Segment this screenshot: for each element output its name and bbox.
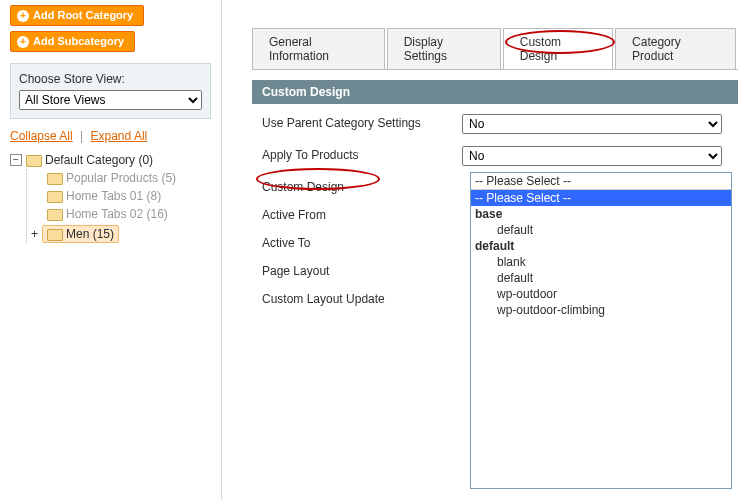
apply-to-products-select[interactable]: No — [462, 146, 722, 166]
tree-node-selected[interactable]: Men (15) — [42, 225, 119, 243]
tree-node-label[interactable]: Home Tabs 01 (8) — [66, 189, 161, 203]
tree-node[interactable]: Home Tabs 02 (16) — [31, 205, 211, 223]
tabs: General Information Display Settings Cus… — [252, 28, 738, 70]
category-tree: − Default Category (0) Popular Products … — [10, 151, 211, 243]
tab-custom-design[interactable]: Custom Design — [503, 28, 613, 69]
use-parent-select[interactable]: No — [462, 114, 722, 134]
folder-icon — [47, 227, 63, 241]
active-from-label: Active From — [262, 206, 462, 222]
collapse-all-link[interactable]: Collapse All — [10, 129, 73, 143]
tree-node-label[interactable]: Popular Products (5) — [66, 171, 176, 185]
tree-node[interactable]: Home Tabs 01 (8) — [31, 187, 211, 205]
tab-general-information[interactable]: General Information — [252, 28, 385, 69]
separator: | — [80, 129, 83, 143]
add-root-category-label: Add Root Category — [33, 9, 133, 21]
tree-node-label[interactable]: Default Category (0) — [45, 153, 153, 167]
store-view-select[interactable]: All Store Views — [19, 90, 202, 110]
select-option[interactable]: blank — [471, 254, 731, 270]
select-option[interactable]: default — [471, 270, 731, 286]
active-to-label: Active To — [262, 234, 462, 250]
collapse-icon[interactable]: − — [10, 154, 22, 166]
tree-node-label[interactable]: Home Tabs 02 (16) — [66, 207, 168, 221]
select-optgroup: base — [471, 206, 731, 222]
folder-icon — [47, 171, 63, 185]
expand-all-link[interactable]: Expand All — [91, 129, 148, 143]
custom-layout-update-label: Custom Layout Update — [262, 290, 462, 306]
add-subcategory-label: Add Subcategory — [33, 35, 124, 47]
tree-node[interactable]: Popular Products (5) — [31, 169, 211, 187]
tab-display-settings[interactable]: Display Settings — [387, 28, 501, 69]
add-subcategory-button[interactable]: +Add Subcategory — [10, 31, 135, 52]
select-option[interactable]: -- Please Select -- — [471, 190, 731, 206]
select-display-value: -- Please Select -- — [471, 173, 731, 190]
plus-icon: + — [17, 10, 29, 22]
folder-icon — [47, 189, 63, 203]
tree-actions: Collapse All | Expand All — [10, 129, 211, 143]
page-layout-label: Page Layout — [262, 262, 462, 278]
section-header: Custom Design — [252, 80, 738, 104]
store-view-label: Choose Store View: — [19, 72, 202, 86]
tree-root-node[interactable]: − Default Category (0) — [10, 151, 211, 169]
use-parent-label: Use Parent Category Settings — [262, 114, 462, 130]
apply-to-products-label: Apply To Products — [262, 146, 462, 162]
custom-design-select[interactable]: -- Please Select -- -- Please Select -- … — [470, 172, 732, 489]
store-view-box: Choose Store View: All Store Views — [10, 63, 211, 119]
select-options-list: -- Please Select -- base default default… — [471, 190, 731, 488]
add-root-category-button[interactable]: +Add Root Category — [10, 5, 144, 26]
select-optgroup: default — [471, 238, 731, 254]
custom-design-label: Custom Design — [262, 178, 462, 194]
select-option[interactable]: wp-outdoor-climbing — [471, 302, 731, 318]
folder-icon — [47, 207, 63, 221]
tree-node-label[interactable]: Men (15) — [66, 227, 114, 241]
select-option[interactable]: wp-outdoor — [471, 286, 731, 302]
folder-icon — [26, 153, 42, 167]
expand-icon[interactable]: + — [31, 227, 38, 241]
plus-icon: + — [17, 36, 29, 48]
select-option[interactable]: default — [471, 222, 731, 238]
tab-category-products[interactable]: Category Product — [615, 28, 736, 69]
